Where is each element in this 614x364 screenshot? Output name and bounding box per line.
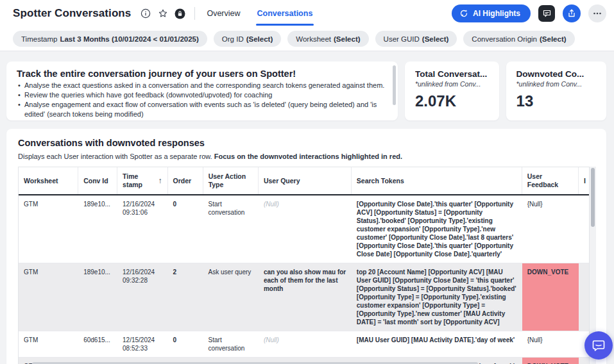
filter-label: User GUID [384,35,420,43]
info-card-scrollbar[interactable] [393,65,396,105]
column-header-order[interactable]: Order [168,167,203,194]
column-header-time-stamp[interactable]: Time stamp↑ [117,167,168,194]
kpi-note: *unlinked from Conv... [516,80,596,88]
kpi-value: 2.07K [415,92,489,110]
cell-order: 2 [168,263,203,331]
tab-conversations[interactable]: Conversations [257,0,313,27]
table-row[interactable]: GTM60d615...12/15/2024 08:52:330Start co… [19,331,589,358]
chat-widget-button[interactable] [584,331,613,360]
column-header-user-query[interactable]: User Query [259,167,352,194]
share-icon[interactable] [563,4,581,22]
column-header-label: Time stamp [123,172,155,189]
filter-value: Last 3 Months (10/01/2024 < 01/01/2025) [60,35,198,43]
kpi-downvoted-conversations: Downvoted Co... *unlinked from Conv... 1… [506,62,606,120]
ai-highlights-button[interactable]: AI Highlights [452,4,531,22]
page-title: Spotter Conversations [13,7,131,20]
topbar-actions: AI Highlights [452,4,606,22]
cell-feedback: DOWN_VOTE [522,358,579,364]
cell-worksheet: GTM [19,195,78,263]
cell-timestamp: 12/15/2024 08:52:33 [117,331,167,357]
filter-pill-worksheet[interactable]: Worksheet(Select) [287,31,368,47]
table-card: Conversations with downvoted responses D… [6,129,606,364]
kpi-note: *unlinked from Conv... [415,80,489,88]
content-area: Track the entire conversation journey of… [0,51,614,364]
column-header-worksheet[interactable]: Worksheet [19,167,78,194]
data-table: WorksheetConv IdTime stamp↑OrderUser Act… [18,167,590,364]
column-header-user-action-type[interactable]: User Action Type [203,167,259,194]
cell-action: Start conversation [203,195,259,263]
filter-pill-conversation-origin[interactable]: Conversation Origin(Select) [463,31,574,47]
ai-highlights-label: AI Highlights [473,9,520,18]
column-header-i[interactable]: I [579,167,589,194]
cell-worksheet: GTM [19,263,78,331]
info-card-title: Track the entire conversation journey of… [17,69,385,79]
info-bullet: Analyse the exact questions asked in a c… [17,81,385,90]
top-bar: Spotter Conversations Overview Conversat… [0,0,614,27]
sparkle-icon [459,9,468,18]
cell-feedback: {Null} [522,195,579,263]
lock-icon[interactable] [175,8,185,19]
column-header-label: I [584,177,586,185]
info-card-bullets: Analyse the exact questions asked in a c… [17,81,385,119]
star-icon[interactable] [157,8,168,19]
cell-order: 0 [168,195,203,263]
cell-worksheet: GTM [19,331,78,357]
table-header-row: WorksheetConv IdTime stamp↑OrderUser Act… [19,167,589,195]
cell-timestamp: 12/16/2024 09:31:06 [117,195,167,263]
table-title: Conversations with downvoted responses [18,138,606,148]
cell-extra [579,195,589,263]
filter-pill-user-guid[interactable]: User GUID(Select) [375,31,457,47]
filter-label: Worksheet [296,35,331,43]
table-subtitle-regular: Displays each User interaction with Spot… [18,153,214,160]
sort-ascending-icon[interactable]: ↑ [158,177,162,185]
column-header-label: Search Tokens [357,177,404,185]
column-header-user-feedback[interactable]: User Feedback [522,167,579,194]
filter-value: (Select) [422,35,449,43]
cell-extra [579,358,589,364]
column-header-label: User Query [264,177,300,185]
filter-label: Org ID [222,35,244,43]
comment-icon[interactable] [538,5,555,22]
cell-action: Ask user query [203,263,259,331]
info-card: Track the entire conversation journey of… [6,62,398,120]
cards-row: Track the entire conversation journey of… [6,62,606,120]
cell-query: (Null) [259,195,352,263]
tab-bar: Overview Conversations [207,0,312,27]
cell-feedback: DOWN_VOTE [522,263,579,331]
cell-timestamp: 12/16/2024 09:32:28 [117,263,167,331]
filter-value: (Select) [246,35,273,43]
column-header-label: Order [173,177,192,185]
filter-pill-timestamp[interactable]: TimestampLast 3 Months (10/01/2024 < 01/… [13,31,207,47]
scrollbar-thumb[interactable] [591,168,595,227]
title-icons [140,8,185,19]
chat-bubble-icon [592,338,606,352]
filter-pill-org-id[interactable]: Org ID(Select) [214,31,281,47]
column-header-label: User Feedback [527,172,573,189]
column-header-search-tokens[interactable]: Search Tokens [352,167,522,194]
filter-label: Conversation Origin [472,35,537,43]
cell-tokens: [MAU User GUID] [MAU Activity DATE].'day… [352,331,522,357]
divider [194,7,195,20]
kpi-value: 13 [516,92,596,110]
more-icon[interactable] [588,4,606,22]
cell-extra [579,263,589,331]
filter-bar: TimestampLast 3 Months (10/01/2024 < 01/… [0,27,614,51]
cell-query: (Null) [259,331,352,357]
cell-action: Start conversation [203,331,259,357]
filter-value: (Select) [540,35,567,43]
table-row[interactable]: GTM189e10...12/16/2024 09:31:060Start co… [19,195,589,263]
column-header-conv-id[interactable]: Conv Id [78,167,117,194]
tab-overview[interactable]: Overview [207,0,240,27]
column-header-label: Worksheet [24,177,58,185]
cell-query: can you also show mau for each of them f… [259,263,352,331]
table-row[interactable]: GTM189e10...12/16/2024 09:32:282Ask user… [19,263,589,331]
info-bullet: Review the queries which have got feedba… [17,90,385,100]
cell-conv_id: 189e10... [78,263,117,331]
table-wrap: WorksheetConv IdTime stamp↑OrderUser Act… [18,167,596,364]
kpi-title: Downvoted Co... [516,69,596,79]
info-bullet: Analyse engagement and exact flow of con… [17,100,385,119]
table-body: GTM189e10...12/16/2024 09:31:060Start co… [19,195,589,364]
cell-feedback: {Null} [522,331,579,357]
table-subtitle-bold: Focus on the downvoted interactions high… [214,153,402,160]
info-icon[interactable] [140,8,151,19]
